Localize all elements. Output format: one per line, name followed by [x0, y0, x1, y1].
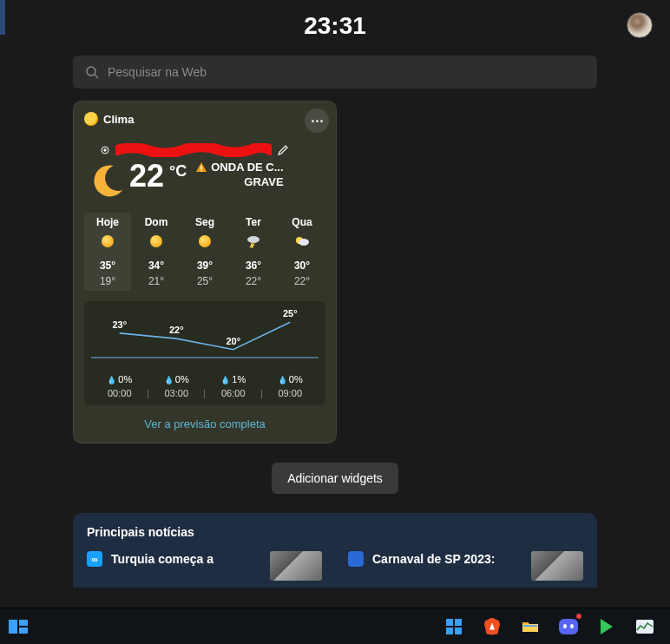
day-high: 30° — [279, 260, 325, 272]
add-widgets-button[interactable]: Adicionar widgets — [272, 463, 398, 494]
news-thumbnail — [270, 551, 322, 581]
alert-text-2: GRAVE — [195, 175, 283, 190]
raindrop-icon: 💧 — [107, 376, 116, 384]
windows-icon — [446, 619, 462, 634]
day-label: Seg — [181, 216, 228, 228]
sun-icon — [102, 235, 114, 247]
brave-icon — [484, 618, 500, 635]
hourly-chart[interactable]: 23°22°20°25° 💧0%💧0%💧1%💧0% 00:0003:0006:0… — [84, 301, 325, 405]
day-low: 22° — [279, 275, 325, 287]
svg-rect-4 — [201, 166, 202, 169]
raindrop-icon: 💧 — [220, 376, 230, 384]
hour-precip: 💧1% — [205, 374, 262, 384]
raindrop-icon: 💧 — [278, 376, 287, 384]
news-card[interactable]: Principais notícias ∞Turquia começa aCar… — [73, 513, 597, 588]
day-high: 36° — [230, 260, 277, 272]
taskbar-file-explorer[interactable] — [519, 615, 542, 638]
taskbar-play-app[interactable] — [595, 615, 618, 638]
hour-time: 03:00 — [148, 388, 206, 398]
widgets-icon — [9, 620, 28, 634]
partly-cloudy-icon — [294, 234, 310, 248]
weather-alert[interactable]: ONDA DE C... GRAVE — [195, 161, 283, 190]
folder-icon — [522, 620, 539, 633]
warning-icon — [195, 161, 207, 174]
sun-icon — [150, 235, 162, 247]
notification-badge — [575, 613, 582, 620]
taskbar-discord[interactable] — [557, 615, 580, 638]
news-section-title: Principais notícias — [87, 525, 583, 539]
location-redacted — [115, 143, 272, 157]
hour-precip: 💧0% — [91, 374, 148, 384]
raindrop-icon: 💧 — [164, 376, 174, 384]
news-item[interactable]: Carnaval de SP 2023: — [348, 551, 583, 581]
news-headline: Carnaval de SP 2023: — [372, 551, 522, 567]
day-label: Qua — [279, 216, 325, 228]
current-temp: 22 — [129, 161, 164, 192]
clock: 23:31 — [0, 0, 670, 40]
taskbar-brave[interactable] — [481, 615, 503, 638]
card-menu-button[interactable] — [305, 108, 329, 133]
profile-avatar[interactable] — [627, 12, 653, 38]
search-placeholder: Pesquisar na Web — [108, 65, 207, 79]
location-icon — [100, 145, 110, 155]
svg-point-8 — [299, 239, 309, 246]
taskbar-start-button[interactable] — [443, 615, 465, 638]
svg-rect-5 — [201, 170, 202, 171]
storm-icon — [246, 234, 261, 248]
news-source-icon: ∞ — [87, 551, 102, 567]
news-item[interactable]: ∞Turquia começa a — [87, 551, 322, 581]
discord-icon — [559, 619, 578, 634]
forecast-day[interactable]: Qua30°22° — [279, 213, 325, 291]
forecast-day[interactable]: Hoje35°19° — [84, 213, 131, 291]
weather-card[interactable]: Clima 22 °C ONDA DE C... — [73, 101, 337, 444]
taskbar-widgets-button[interactable] — [7, 615, 30, 638]
hour-temp-label: 25° — [283, 308, 298, 319]
edit-location-icon[interactable] — [277, 144, 289, 156]
weather-app-icon — [84, 112, 98, 126]
moon-icon — [88, 162, 126, 200]
alert-text-1: ONDA DE C... — [211, 161, 283, 175]
play-icon — [601, 619, 613, 634]
forecast-day[interactable]: Ter36°22° — [230, 213, 277, 291]
temp-unit: °C — [169, 162, 187, 181]
svg-rect-10 — [523, 625, 537, 627]
svg-point-6 — [247, 236, 259, 243]
day-high: 39° — [181, 260, 228, 272]
search-input[interactable]: Pesquisar na Web — [73, 56, 597, 89]
sun-icon — [199, 235, 211, 247]
taskbar — [0, 608, 670, 644]
day-label: Hoje — [84, 216, 131, 228]
day-label: Ter — [230, 216, 277, 228]
hour-temp-label: 23° — [112, 319, 127, 330]
news-headline: Turquia começa a — [111, 551, 261, 567]
hour-precip: 💧0% — [148, 374, 206, 384]
search-icon — [85, 65, 99, 79]
taskbar-task-manager[interactable] — [634, 615, 656, 638]
day-low: 25° — [181, 275, 228, 287]
window-edge — [0, 0, 5, 35]
weather-card-title: Clima — [103, 113, 134, 126]
hour-time: 09:00 — [262, 388, 319, 398]
svg-point-0 — [87, 67, 95, 76]
news-source-icon — [348, 551, 364, 567]
hour-time: 06:00 — [205, 388, 262, 398]
day-low: 19° — [84, 275, 131, 287]
hour-time: 00:00 — [91, 388, 148, 398]
news-thumbnail — [531, 551, 583, 581]
full-forecast-link[interactable]: Ver a previsão completa — [84, 417, 325, 430]
day-label: Dom — [133, 216, 180, 228]
svg-point-3 — [104, 149, 106, 151]
hour-temp-label: 20° — [226, 336, 240, 346]
day-high: 34° — [133, 260, 180, 272]
task-manager-icon — [636, 620, 654, 634]
day-high: 35° — [84, 260, 131, 272]
hour-temp-label: 22° — [169, 325, 184, 335]
forecast-day[interactable]: Seg39°25° — [181, 213, 228, 291]
day-low: 22° — [230, 275, 277, 287]
forecast-day[interactable]: Dom34°21° — [133, 213, 180, 291]
day-low: 21° — [133, 275, 180, 287]
hour-precip: 💧0% — [262, 374, 319, 384]
svg-line-1 — [95, 75, 98, 78]
